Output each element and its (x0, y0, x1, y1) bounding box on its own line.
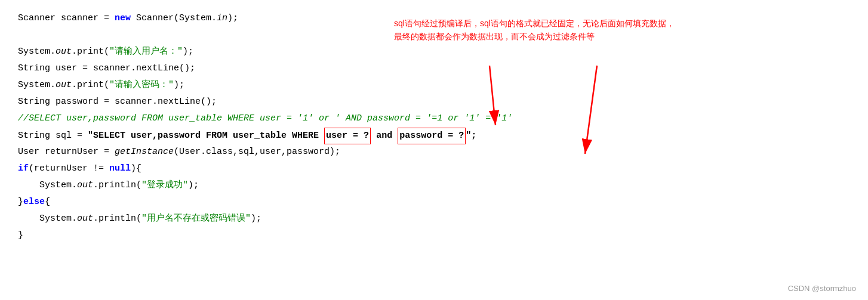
keyword-in: in (217, 11, 227, 26)
highlight-user: user = ? (324, 128, 371, 144)
code-line: System.out.println("用户名不存在或密码错误"); (18, 211, 850, 228)
keyword-new: new (115, 11, 131, 26)
comment-line: //SELECT user,password FROM user_table W… (18, 111, 850, 128)
code-text: Scanner(System. (131, 11, 217, 26)
annotation-line2: 最终的数据都会作为数据出现，而不会成为过滤条件等 (394, 30, 854, 43)
code-line: System.out.println("登录成功"); (18, 178, 850, 194)
annotation: sql语句经过预编译后，sql语句的格式就已经固定，无论后面如何填充数据， 最终… (394, 17, 854, 44)
code-line: User returnUser = getInstance(User.class… (18, 144, 850, 161)
highlight-password: password = ? (398, 128, 466, 144)
code-line: } (18, 228, 850, 245)
code-line: String user = scanner.nextLine(); (18, 61, 850, 78)
code-line: String password = scanner.nextLine(); (18, 94, 850, 111)
code-text: Scanner scanner = (18, 11, 115, 26)
code-line: System.out.print("请输入用户名："); (18, 44, 850, 61)
annotation-line1: sql语句经过预编译后，sql语句的格式就已经固定，无论后面如何填充数据， (394, 17, 854, 30)
code-line: System.out.print("请输入密码："); (18, 78, 850, 94)
watermark: CSDN @stormzhuo (788, 284, 856, 293)
code-line: if(returnUser != null){ (18, 161, 850, 178)
sql-line: String sql = "SELECT user,password FROM … (18, 128, 850, 144)
code-line: }else{ (18, 194, 850, 211)
